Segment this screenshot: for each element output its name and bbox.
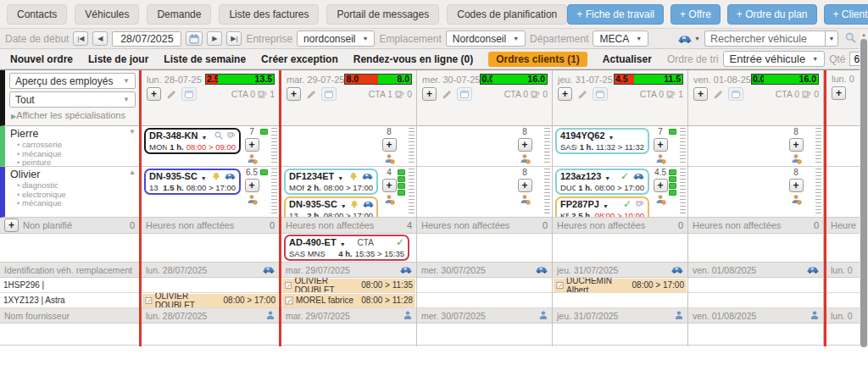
cell-pierre-mer[interactable]: 8 [417,126,552,167]
chevron-down-icon[interactable] [341,196,347,212]
online-appointments-link[interactable]: Rendez-vous en ligne (0) [353,53,473,65]
date-first-button[interactable] [73,31,88,46]
add-order-button[interactable] [245,179,259,192]
add-offre-button[interactable]: + Offre [670,4,721,25]
add-ordre-plan-button[interactable]: + Ordre du plan [727,4,817,25]
date-prev-button[interactable] [92,31,108,46]
drag-strip[interactable] [408,128,415,164]
date-last-button[interactable] [226,31,242,46]
edit-pencil-icon[interactable] [575,87,590,101]
chevron-down-icon[interactable] [201,169,207,184]
employee-row-olivier[interactable]: Olivier▲ diagnostic electronique mécaniq… [0,167,139,218]
chevron-down-icon[interactable] [609,128,615,143]
tab-liste-factures[interactable]: Liste des factures [219,4,319,25]
unassigned-order-card[interactable]: AD-490-ET CTA SAS MNS4 h.15:35 > 15:35 [284,235,409,261]
assign-person-icon[interactable] [655,194,666,205]
drag-strip[interactable] [543,169,551,215]
search-icon[interactable] [845,32,856,46]
tab-contacts[interactable]: Contacts [7,4,67,25]
employee-overview-select[interactable]: Aperçu des employés▼ [9,73,136,89]
drag-strip[interactable] [270,128,278,164]
add-order-button[interactable] [518,179,532,192]
drag-strip[interactable] [270,169,278,215]
assign-person-icon[interactable] [655,153,666,164]
vehicle-search-mode-dropdown[interactable] [678,35,700,43]
drag-strip[interactable] [408,169,415,215]
drag-strip[interactable] [815,169,822,215]
order-card[interactable]: 4194YQ62 SASU NOR1 h.11:32 > 11:32 [555,128,649,154]
cell-olivier-jeu[interactable]: 123az123 DUCHEMIN1 h.08:00 > 17:00 FP287… [553,167,687,218]
vehicle-search-input[interactable] [704,30,825,47]
order-card[interactable]: 123az123 DUCHEMIN1 h.08:00 > 17:00 [555,169,649,195]
employee-filter-select[interactable]: Tout▼ [9,91,136,108]
new-order-link[interactable]: Nouvel ordre [10,53,73,65]
day-list-link[interactable]: Liste de jour [88,53,148,65]
assign-person-icon[interactable] [791,153,802,164]
client-orders-button[interactable]: Ordres clients (1) [488,52,587,67]
chevron-down-icon[interactable] [604,169,610,184]
add-order-button[interactable] [832,86,846,100]
cell-olivier-mer[interactable]: 8 [417,167,552,218]
replacement-chip[interactable]: DUCHEMIN Albert 08:00 > 17:00 [554,279,687,292]
assign-person-icon[interactable] [520,194,531,205]
drag-strip[interactable] [543,128,551,164]
edit-pencil-icon[interactable] [439,87,454,101]
chevron-down-icon[interactable] [340,235,346,250]
cell-pierre-lun[interactable]: DR-348-KN MONIER I1 h.08:00 > 09:00 7 [142,126,279,167]
cell-olivier-lun[interactable]: DN-935-SC 131.5 h.08:00 > 17:00 6.5 [142,167,279,218]
add-non-planifie-button[interactable] [4,218,19,232]
edit-pencil-icon[interactable] [303,87,319,101]
cell-pierre-mar[interactable]: 8 [281,126,416,167]
drag-strip[interactable] [815,128,822,164]
sort-select[interactable]: Entrée véhicule [723,51,826,67]
show-specialisations-link[interactable]: Afficher les spécialisations [9,110,136,120]
chevron-down-icon[interactable] [603,196,609,212]
calendar-icon[interactable] [728,87,743,101]
cell-olivier-mar[interactable]: DF1234ET MOREL FA2 h.08:00 > 17:00 DN-93… [281,167,416,218]
add-order-button[interactable] [382,179,397,192]
replacement-vehicle-row1[interactable]: 1HSP296 | [0,278,139,293]
tab-vehicules[interactable]: Véhicules [75,4,139,25]
vehicle-search-dropdown[interactable] [825,30,838,47]
replacement-chip[interactable]: MOREL fabrice 08:00 > 11:28 [282,294,415,307]
add-order-button[interactable] [654,179,668,192]
employee-row-pierre[interactable]: Pierre▼ carrosserie mécanique peinture [0,126,139,167]
add-order-button[interactable] [693,87,708,101]
tab-codes-planification[interactable]: Codes de planification [447,4,567,25]
week-list-link[interactable]: Liste de semaine [164,53,246,65]
assign-person-icon[interactable] [247,194,258,205]
replacement-chip[interactable]: OLIVIER DOUBLET 08:00 > 17:00 [142,294,278,307]
refresh-link[interactable]: Actualiser [603,53,652,65]
emplacement-select[interactable]: Nordconseil [446,30,526,47]
assign-person-icon[interactable] [791,194,802,205]
assign-person-icon[interactable] [384,153,395,164]
add-order-button[interactable] [287,87,301,101]
order-card[interactable]: DF1234ET MOREL FA2 h.08:00 > 17:00 [284,169,378,195]
replacement-vehicle-row2[interactable]: 1XYZ123 | Astra [0,293,139,308]
drag-strip[interactable] [679,128,687,164]
vertical-scrollbar[interactable] [860,30,868,347]
add-fiche-travail-button[interactable]: + Fiche de travail [567,4,664,25]
add-order-button[interactable] [382,138,397,152]
date-input[interactable] [112,31,181,47]
add-order-button[interactable] [245,138,259,152]
order-card[interactable]: DN-935-SC 132 h.08:00 > 17:00 [284,196,378,218]
cell-olivier-next-lun[interactable] [826,167,860,218]
replacement-chip[interactable]: OLIVIER DOUBLET 08:00 > 11:35 [282,279,415,292]
cell-olivier-ven[interactable]: 8 [688,167,823,218]
create-exception-link[interactable]: Créer exception [261,53,338,65]
tab-portail-messages[interactable]: Portail de messages [326,4,439,25]
calendar-icon[interactable] [593,87,608,101]
chevron-down-icon[interactable] [201,128,207,143]
add-client-button[interactable]: + Client [824,4,868,25]
edit-pencil-icon[interactable] [164,87,179,101]
scroll-up-icon[interactable] [860,30,868,39]
tab-demande[interactable]: Demande [147,4,211,25]
add-order-button[interactable] [518,138,532,152]
order-card[interactable]: FP287PJ KEVIN BR2.5 h.08:00 > 10:00 [555,196,649,218]
calendar-icon[interactable] [457,87,472,101]
calendar-icon[interactable] [181,87,197,101]
assign-person-icon[interactable] [247,153,258,164]
departement-select[interactable]: MECA [593,30,648,47]
add-order-button[interactable] [789,179,804,192]
